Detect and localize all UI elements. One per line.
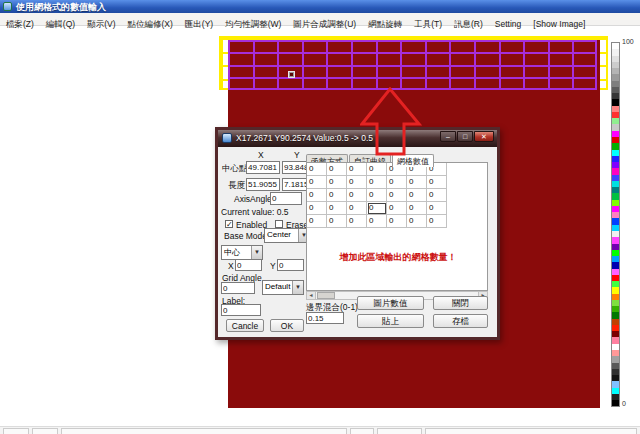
offset-x-label: X	[228, 261, 234, 271]
grid-hint-text: 增加此區域輸出的網格數量！	[315, 251, 481, 264]
density-grid-overlay[interactable]	[228, 40, 597, 90]
menu-bar: 檔案(Z)編輯(Q)顯示(V)點位編修(X)匯出(Y)均勻性調整(W)圖片合成調…	[0, 13, 640, 26]
colorbar	[611, 42, 620, 407]
grid-cells: 00000000000000000000000000000000000	[307, 163, 447, 228]
title-bar: 使用網格式的數值輸入	[0, 0, 640, 13]
menu-item[interactable]: Setting	[489, 18, 527, 31]
arrow-up-annotation	[360, 87, 422, 157]
grid-cell[interactable]: 0	[307, 176, 327, 189]
grid-angle-mode-value: Default	[265, 282, 290, 291]
scrollbar-thumb[interactable]	[317, 292, 335, 299]
grid-cell[interactable]: 0	[347, 202, 367, 215]
axis-angle-field[interactable]	[270, 192, 302, 205]
grid-cell[interactable]: 0	[427, 215, 447, 228]
grid-angle-mode-select[interactable]: Default ▼	[262, 280, 304, 295]
menu-item[interactable]: 訊息(R)	[448, 18, 489, 31]
grid-value-dialog: X17.2671 Y90.2574 Value:0.5 -> 0.5 – □ ✕…	[215, 127, 500, 340]
grid-cell[interactable]: 0	[307, 163, 327, 176]
grid-cell[interactable]: 0	[407, 202, 427, 215]
status-panel	[377, 428, 422, 434]
grid-cell[interactable]: 0	[387, 202, 407, 215]
menu-item[interactable]: 編輯(Q)	[40, 18, 81, 31]
paste-button[interactable]: 貼上	[357, 314, 424, 328]
grid-cell[interactable]: 0	[387, 176, 407, 189]
grid-cell[interactable]: 0	[367, 215, 387, 228]
chevron-down-icon[interactable]: ▼	[251, 246, 262, 259]
offset-x-field[interactable]	[235, 259, 262, 271]
grid-cell[interactable]: 0	[307, 215, 327, 228]
grid-cell[interactable]: 0	[367, 163, 387, 176]
save-button[interactable]: 存檔	[433, 314, 488, 328]
app-window: 使用網格式的數值輸入 檔案(Z)編輯(Q)顯示(V)點位編修(X)匯出(Y)均勻…	[0, 0, 640, 434]
grid-cell[interactable]: 0	[327, 163, 347, 176]
grid-cell[interactable]: 0	[327, 215, 347, 228]
colorbar-min-label: 0	[622, 400, 626, 407]
grid-cell[interactable]: 0	[427, 202, 447, 215]
menu-item[interactable]: 工具(T)	[408, 18, 448, 31]
grid-cell[interactable]: 0	[367, 202, 387, 215]
column-header-x: X	[258, 150, 264, 160]
menu-item[interactable]: 圖片合成調整(U)	[287, 18, 362, 31]
selected-point-marker[interactable]	[288, 71, 295, 78]
grid-cell[interactable]: 0	[387, 189, 407, 202]
offset-y-field[interactable]	[277, 259, 304, 271]
close-button[interactable]: 關閉	[433, 296, 488, 310]
erase-dots-checkbox[interactable]	[275, 220, 283, 228]
menu-item[interactable]: 顯示(V)	[81, 18, 121, 31]
menu-item[interactable]: 匯出(Y)	[179, 18, 219, 31]
axis-angle-label: AxisAngle	[234, 194, 272, 204]
grid-cell[interactable]: 0	[327, 189, 347, 202]
grid-cell[interactable]: 0	[407, 215, 427, 228]
maximize-button[interactable]: □	[457, 131, 473, 142]
base-mode-select[interactable]: Center ▼	[264, 228, 310, 243]
menu-item[interactable]: 點位編修(X)	[121, 18, 178, 31]
grid-cell[interactable]: 0	[367, 176, 387, 189]
dialog-title-bar[interactable]: X17.2671 Y90.2574 Value:0.5 -> 0.5 – □ ✕	[218, 130, 497, 147]
grid-cell[interactable]: 0	[367, 189, 387, 202]
menu-item[interactable]: [Show Image]	[527, 18, 591, 31]
label-field[interactable]	[221, 304, 261, 316]
base-mode-value: Center	[267, 230, 291, 239]
grid-cell[interactable]: 0	[347, 163, 367, 176]
length-label: 長度	[228, 180, 245, 192]
colorbar-segment	[612, 400, 619, 406]
grid-cell[interactable]: 0	[347, 215, 367, 228]
grid-cell[interactable]: 0	[307, 202, 327, 215]
grid-angle-field[interactable]	[221, 282, 255, 294]
menu-item[interactable]: 檔案(Z)	[0, 18, 40, 31]
status-panel	[425, 428, 637, 434]
grid-cell[interactable]: 0	[307, 189, 327, 202]
grid-cell[interactable]: 0	[407, 176, 427, 189]
scroll-left-icon[interactable]: ◄	[307, 292, 316, 299]
status-bar	[0, 426, 640, 434]
length-x-field[interactable]	[246, 178, 280, 191]
minimize-button[interactable]: –	[440, 131, 456, 142]
grid-cell[interactable]: 0	[327, 202, 347, 215]
image-values-button[interactable]: 圖片數值	[357, 296, 424, 310]
app-icon	[3, 2, 12, 11]
ok-button[interactable]: OK	[270, 319, 304, 332]
menu-item[interactable]: 均勻性調整(W)	[219, 18, 287, 31]
grid-cell[interactable]: 0	[407, 189, 427, 202]
grid-cell[interactable]: 0	[427, 189, 447, 202]
cancel-button[interactable]: Cancle	[226, 319, 264, 332]
close-icon[interactable]: ✕	[474, 131, 494, 142]
column-header-y: Y	[294, 150, 300, 160]
grid-cell[interactable]: 0	[347, 189, 367, 202]
enabled-label: Enabled	[236, 220, 267, 230]
blend-field[interactable]	[306, 312, 344, 324]
grid-cell[interactable]: 0	[387, 215, 407, 228]
enabled-checkbox[interactable]: ✓	[225, 220, 233, 228]
anchor-select[interactable]: 中心 ▼	[221, 245, 263, 260]
anchor-value: 中心	[224, 247, 240, 258]
current-value-label: Current value: 0.5	[221, 207, 289, 217]
grid-cell[interactable]: 0	[327, 176, 347, 189]
center-x-field[interactable]	[246, 161, 280, 174]
grid-cell[interactable]: 0	[347, 176, 367, 189]
menu-item[interactable]: 網點旋轉	[362, 18, 408, 31]
offset-y-label: Y	[270, 261, 276, 271]
chevron-down-icon[interactable]: ▼	[292, 281, 303, 294]
status-panel	[32, 428, 58, 434]
grid-cell[interactable]: 0	[427, 176, 447, 189]
dialog-title: X17.2671 Y90.2574 Value:0.5 -> 0.5	[236, 133, 373, 143]
